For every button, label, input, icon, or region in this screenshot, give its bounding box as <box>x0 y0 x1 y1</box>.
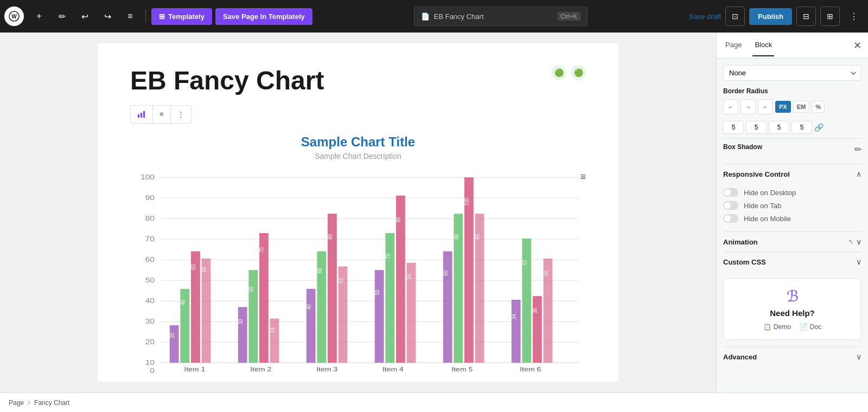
svg-text:90: 90 <box>145 194 155 201</box>
help-section: ℬ Need Help? 📋 Demo 📄 Doc <box>723 278 861 340</box>
svg-rect-35 <box>238 307 247 363</box>
svg-text:34: 34 <box>510 314 517 319</box>
svg-text:100: 100 <box>463 197 470 205</box>
svg-rect-32 <box>202 259 211 363</box>
svg-text:70: 70 <box>145 235 155 242</box>
panel-close-button[interactable]: ✕ <box>853 40 861 52</box>
templately-icon: ⊞ <box>159 12 165 21</box>
responsive-toggle-button[interactable]: ⊡ <box>725 7 745 26</box>
templately-button[interactable]: ⊞ Templately <box>151 8 212 25</box>
svg-text:80: 80 <box>327 234 333 239</box>
panel-header: Page Block ✕ <box>717 33 868 59</box>
redo-button[interactable]: ↪ <box>98 7 117 26</box>
block-more-button[interactable]: ⋮ <box>171 106 191 123</box>
svg-text:60: 60 <box>145 255 155 263</box>
breadcrumb-home[interactable]: Page <box>9 399 24 407</box>
hide-mobile-label: Hide on Mobile <box>744 215 791 223</box>
sidebar-toggle-button[interactable]: ⊟ <box>796 7 816 26</box>
box-shadow-edit-icon[interactable]: ✏ <box>854 144 861 154</box>
block-type-select[interactable]: None <box>723 65 861 81</box>
more-options-button[interactable]: ⋮ <box>844 7 864 26</box>
details-button[interactable]: ≡ <box>120 7 140 26</box>
add-block-button[interactable]: + <box>29 7 49 26</box>
br-unit-em[interactable]: EM <box>793 101 810 113</box>
accordion-advanced[interactable]: Advanced ∨ <box>723 346 861 366</box>
wp-logo[interactable]: W <box>4 7 24 26</box>
svg-text:Item 1: Item 1 <box>184 366 206 372</box>
svg-rect-2 <box>138 114 139 118</box>
svg-rect-75 <box>533 296 542 363</box>
chart-svg: 100 90 80 70 60 50 40 30 20 10 0 <box>130 171 586 377</box>
demo-icon: 📋 <box>763 323 771 331</box>
accordion-custom-css[interactable]: Custom CSS ∨ <box>723 252 861 272</box>
chart-container: ≡ 100 90 <box>130 171 586 377</box>
svg-text:100: 100 <box>141 173 155 181</box>
svg-text:70: 70 <box>258 247 265 253</box>
svg-text:56: 56 <box>542 270 549 275</box>
svg-text:30: 30 <box>237 318 244 324</box>
br-input-tr[interactable] <box>746 121 767 134</box>
svg-text:50: 50 <box>248 286 254 292</box>
br-input-bl[interactable] <box>792 121 812 134</box>
hide-desktop-label: Hide on Desktop <box>744 189 796 197</box>
hide-mobile-toggle[interactable] <box>723 214 738 223</box>
toolbar: W + ✏ ↩ ↪ ≡ ⊞ Templately Save Page In Te… <box>0 0 868 33</box>
plugin-icon-2: 🟢 <box>571 65 586 80</box>
accordion-responsive-control[interactable]: Responsive Control ∧ <box>723 164 861 184</box>
block-align-button[interactable]: ≡ <box>153 106 171 123</box>
doc-link[interactable]: 📄 Doc <box>800 323 821 331</box>
svg-rect-62 <box>443 251 452 363</box>
svg-text:20: 20 <box>169 332 175 338</box>
br-corner-tl[interactable]: ⌐ <box>723 99 738 114</box>
hide-mobile-row: Hide on Mobile <box>723 214 861 223</box>
hide-desktop-row: Hide on Desktop <box>723 188 861 197</box>
svg-rect-73 <box>522 239 531 363</box>
br-corner-br[interactable]: ⌐ <box>758 99 773 114</box>
undo-button[interactable]: ↩ <box>75 7 94 26</box>
border-radius-row: ⌐ ¬ ⌐ PX EM % <box>723 99 861 114</box>
svg-text:Item 3: Item 3 <box>316 366 337 372</box>
svg-text:Item 2: Item 2 <box>250 366 271 372</box>
br-inputs: 🔗 <box>723 121 861 134</box>
help-icon: ℬ <box>732 287 852 305</box>
edit-button[interactable]: ✏ <box>52 7 72 26</box>
svg-text:24: 24 <box>269 327 276 332</box>
save-draft-button[interactable]: Save draft <box>689 12 721 21</box>
svg-text:60: 60 <box>190 264 196 269</box>
hide-tab-toggle[interactable] <box>723 201 738 210</box>
br-input-br[interactable] <box>769 121 789 134</box>
animation-title: Animation <box>723 238 758 246</box>
svg-text:56: 56 <box>201 266 207 272</box>
fullscreen-button[interactable]: ⊞ <box>820 7 840 26</box>
svg-rect-37 <box>248 270 258 363</box>
search-icon: 📄 <box>421 12 430 21</box>
main-area: 🟢 🟢 EB Fancy Chart ≡ ⋮ Sample Chart Titl… <box>0 33 868 392</box>
svg-text:W: W <box>11 14 17 20</box>
tab-block[interactable]: Block <box>752 34 774 56</box>
plugin-icon-1: 🟢 <box>551 65 566 80</box>
hide-desktop-toggle[interactable] <box>723 188 738 197</box>
br-input-tl[interactable] <box>723 121 744 134</box>
br-link-icon[interactable]: 🔗 <box>814 123 824 132</box>
chart-menu-icon[interactable]: ≡ <box>580 171 586 183</box>
br-unit-px[interactable]: PX <box>775 101 791 113</box>
accordion-animation[interactable]: Animation ↖ ∨ <box>723 231 861 252</box>
toolbar-search-area: 📄 EB Fancy Chart Ctrl+K <box>316 7 686 26</box>
tab-page[interactable]: Page <box>723 34 744 56</box>
hide-tab-label: Hide on Tab <box>744 202 781 210</box>
block-chart-icon-button[interactable] <box>131 106 153 123</box>
search-box[interactable]: 📄 EB Fancy Chart Ctrl+K <box>414 7 588 26</box>
svg-text:20: 20 <box>145 338 155 345</box>
custom-css-title: Custom CSS <box>723 258 766 266</box>
demo-link[interactable]: 📋 Demo <box>763 323 791 331</box>
chart-title: Sample Chart Title <box>130 134 586 150</box>
publish-button[interactable]: Publish <box>749 8 792 25</box>
save-templately-button[interactable]: Save Page In Templately <box>215 8 312 25</box>
editor-area: 🟢 🟢 EB Fancy Chart ≡ ⋮ Sample Chart Titl… <box>0 33 716 392</box>
breadcrumb-current: Fancy Chart <box>34 399 69 407</box>
svg-text:40: 40 <box>180 299 186 305</box>
br-corner-tr[interactable]: ¬ <box>741 99 756 114</box>
bottom-bar: Page > Fancy Chart <box>0 392 868 412</box>
br-unit-percent[interactable]: % <box>812 101 825 113</box>
doc-icon: 📄 <box>800 323 808 331</box>
